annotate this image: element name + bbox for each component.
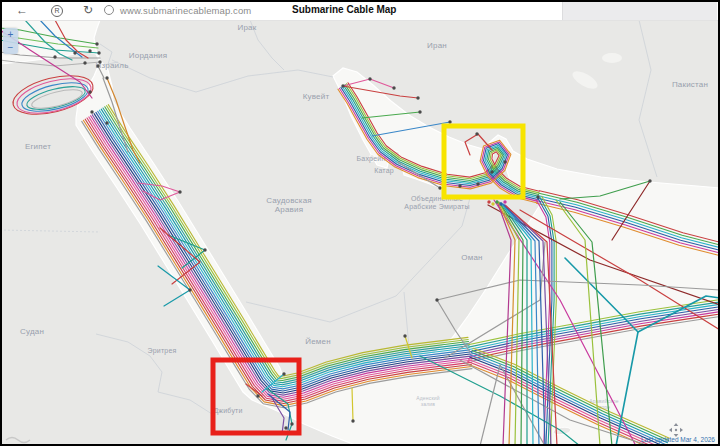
landing-point[interactable] bbox=[105, 76, 108, 79]
landing-point[interactable] bbox=[416, 96, 419, 99]
landing-point[interactable] bbox=[83, 61, 86, 64]
map-zoom-control: + − bbox=[3, 28, 18, 54]
landing-point[interactable] bbox=[95, 42, 98, 45]
landing-point[interactable] bbox=[97, 51, 100, 54]
map-label: Судан bbox=[20, 327, 44, 336]
landing-point[interactable] bbox=[536, 195, 539, 198]
map-canvas[interactable]: ИракИранИорданияИзраильКувейтПакистанЕги… bbox=[0, 20, 720, 446]
landing-point[interactable] bbox=[495, 200, 498, 203]
landing-point[interactable] bbox=[368, 77, 371, 80]
zoom-out-button[interactable]: − bbox=[3, 41, 18, 54]
map-label: Джибути bbox=[213, 407, 242, 415]
site-security-icon bbox=[104, 5, 114, 15]
map-label: Оман bbox=[461, 253, 482, 262]
browser-window: ← R ↻ www.submarinecablemap.com Submarin… bbox=[0, 0, 720, 446]
landing-point[interactable] bbox=[351, 419, 354, 422]
landing-point[interactable] bbox=[499, 202, 502, 205]
map-label: Иран bbox=[427, 41, 447, 50]
last-updated-label: Last updated Mar 4, 2026 bbox=[641, 436, 715, 443]
zoom-in-button[interactable]: + bbox=[3, 28, 18, 41]
landing-point[interactable] bbox=[648, 179, 651, 182]
landing-point[interactable] bbox=[290, 422, 293, 425]
landing-point[interactable] bbox=[98, 60, 101, 63]
landing-point[interactable] bbox=[53, 55, 56, 58]
landing-point[interactable] bbox=[458, 184, 461, 187]
map-label: Катар bbox=[374, 167, 394, 175]
url-text[interactable]: www.submarinecablemap.com bbox=[120, 5, 251, 16]
landing-point[interactable] bbox=[88, 90, 91, 93]
landing-point[interactable] bbox=[438, 186, 441, 189]
landing-point[interactable] bbox=[491, 202, 494, 205]
tab-strip-area bbox=[562, 0, 717, 20]
address-bar[interactable]: www.submarinecablemap.com bbox=[104, 3, 251, 17]
landing-point[interactable] bbox=[96, 64, 99, 67]
landing-point[interactable] bbox=[418, 110, 421, 113]
landing-point[interactable] bbox=[88, 49, 91, 52]
landing-point[interactable] bbox=[475, 132, 478, 135]
landing-point[interactable] bbox=[490, 170, 493, 173]
page-title: Submarine Cable Map bbox=[292, 0, 396, 20]
landing-point[interactable] bbox=[203, 248, 206, 251]
landing-point[interactable] bbox=[448, 120, 451, 123]
landing-point[interactable] bbox=[392, 86, 395, 89]
map-label: Эритрея bbox=[147, 347, 176, 355]
landing-point[interactable] bbox=[282, 372, 285, 375]
landing-point[interactable] bbox=[188, 288, 191, 291]
landing-point[interactable] bbox=[403, 334, 406, 337]
back-button[interactable]: ← bbox=[14, 0, 30, 20]
map-label: Йемен bbox=[305, 337, 331, 346]
map-label: Пакистан bbox=[672, 80, 708, 89]
landing-point[interactable] bbox=[487, 200, 490, 203]
terrain-patch bbox=[602, 53, 622, 63]
landing-point[interactable] bbox=[435, 298, 438, 301]
landing-point[interactable] bbox=[476, 182, 479, 185]
landing-point[interactable] bbox=[90, 110, 93, 113]
landing-point[interactable] bbox=[105, 121, 108, 124]
landing-point[interactable] bbox=[178, 190, 181, 193]
reader-mode-icon[interactable]: R bbox=[51, 5, 63, 17]
map-label: Иордания bbox=[129, 51, 167, 60]
landing-point[interactable] bbox=[256, 394, 259, 397]
map-label: Египет bbox=[25, 142, 51, 151]
landing-point[interactable] bbox=[73, 51, 76, 54]
landing-point[interactable] bbox=[503, 200, 506, 203]
landing-point[interactable] bbox=[503, 160, 506, 163]
submarine-cable-map[interactable]: ИракИранИорданияИзраильКувейтПакистанЕги… bbox=[0, 20, 720, 446]
map-label: Ирак bbox=[238, 23, 257, 32]
landing-point[interactable] bbox=[341, 84, 344, 87]
map-label: Кувейт bbox=[303, 92, 330, 101]
landing-point[interactable] bbox=[284, 426, 287, 429]
browser-toolbar: ← R ↻ www.submarinecablemap.com Submarin… bbox=[0, 0, 720, 21]
refresh-button[interactable]: ↻ bbox=[80, 0, 96, 20]
